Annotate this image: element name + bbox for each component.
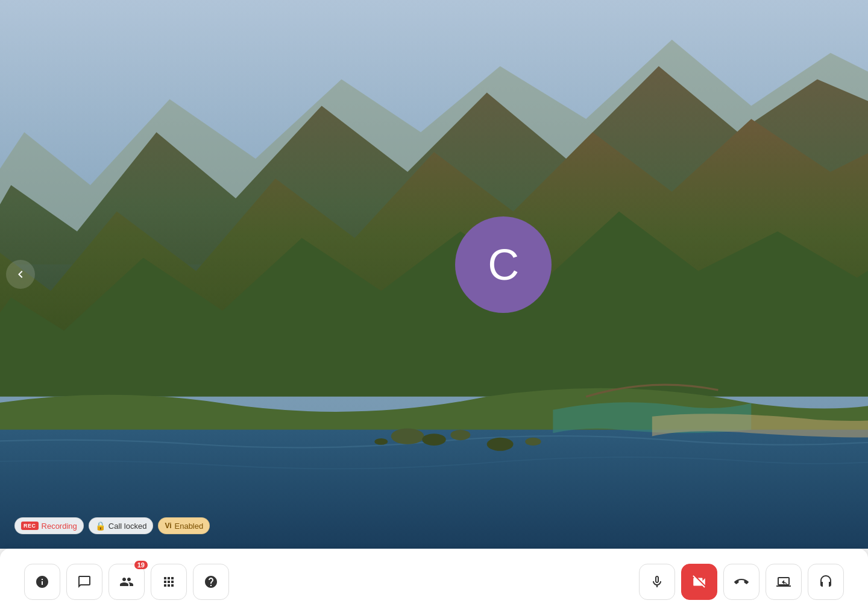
recording-label: Recording — [42, 522, 77, 531]
chevron-left-icon — [13, 267, 28, 282]
end-call-button[interactable] — [723, 564, 760, 600]
toolbar: 19 — [0, 549, 868, 615]
status-badges: REC Recording 🔒 Call locked Vi Enabled — [14, 517, 210, 534]
info-icon — [35, 575, 49, 589]
vi-enabled-badge[interactable]: Vi Enabled — [158, 517, 210, 534]
headset-button[interactable] — [808, 564, 844, 600]
svg-point-4 — [450, 430, 470, 441]
participant-initial: C — [488, 240, 519, 289]
apps-button[interactable] — [151, 564, 187, 600]
nav-arrow-left[interactable] — [6, 260, 35, 289]
participant-count-badge: 19 — [134, 561, 148, 569]
share-screen-button[interactable] — [766, 564, 802, 600]
call-locked-label: Call locked — [108, 522, 147, 531]
help-button[interactable] — [193, 564, 229, 600]
svg-point-5 — [487, 438, 514, 451]
video-area: C REC Recording 🔒 Call locked Vi Enabled — [0, 0, 868, 549]
help-icon — [204, 575, 218, 589]
call-locked-badge[interactable]: 🔒 Call locked — [89, 517, 154, 534]
camera-off-icon — [691, 574, 707, 590]
app-container: C REC Recording 🔒 Call locked Vi Enabled — [0, 0, 868, 615]
svg-point-6 — [525, 438, 541, 446]
vi-enabled-label: Enabled — [175, 522, 204, 531]
vi-prefix: Vi — [165, 522, 171, 530]
apps-icon — [162, 575, 176, 589]
headset-icon — [819, 575, 833, 589]
background-landscape — [0, 0, 868, 549]
svg-point-7 — [374, 438, 388, 445]
share-screen-icon — [776, 575, 791, 589]
svg-point-2 — [391, 428, 424, 444]
participants-button[interactable]: 19 — [108, 564, 145, 600]
people-icon — [119, 575, 134, 589]
end-call-icon — [734, 575, 749, 589]
rec-icon: REC — [21, 522, 39, 530]
toolbar-right — [639, 564, 844, 600]
recording-badge[interactable]: REC Recording — [14, 517, 84, 534]
mic-icon — [650, 575, 664, 589]
lock-icon: 🔒 — [95, 521, 105, 531]
chat-icon — [77, 575, 92, 589]
camera-button[interactable] — [681, 564, 717, 600]
info-button[interactable] — [24, 564, 60, 600]
chat-button[interactable] — [66, 564, 102, 600]
toolbar-left: 19 — [24, 564, 229, 600]
participant-avatar: C — [455, 216, 552, 313]
svg-point-3 — [422, 434, 445, 446]
microphone-button[interactable] — [639, 564, 675, 600]
